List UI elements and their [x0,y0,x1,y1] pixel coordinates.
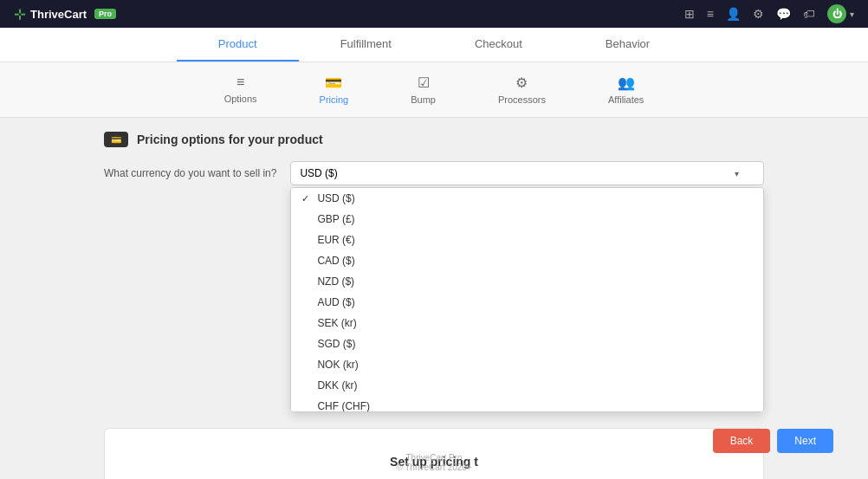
currency-display[interactable]: USD ($) ▾ [290,161,764,185]
currency-option-usd[interactable]: ✓ USD ($) [291,188,763,209]
section-icon: 💳 [104,132,128,147]
subtab-pricing[interactable]: 💳 Pricing [288,69,380,110]
currency-option-cad[interactable]: CAD ($) [291,250,763,271]
currency-option-eur[interactable]: EUR (€) [291,230,763,250]
wallet-icon: 💳 [111,135,121,145]
avatar: ⏻ [827,4,846,23]
section-header: 💳 Pricing options for your product [104,132,764,147]
topbar: ⊹ ThriveCart Pro ⊞ ≡ 👤 ⚙ 💬 🏷 ⏻ ▾ [0,0,868,28]
logo-icon: ⊹ [14,6,25,23]
user-menu[interactable]: ⏻ ▾ [827,4,854,23]
pro-badge: Pro [94,9,116,19]
currency-option-nok[interactable]: NOK (kr) [291,354,763,375]
tab-behavior[interactable]: Behavior [564,28,691,61]
subtab-bump[interactable]: ☑ Bump [379,69,467,110]
footer-line2: © ThriveCart 2020+ [396,463,472,472]
tab-fulfillment[interactable]: Fulfillment [299,28,433,61]
next-button[interactable]: Next [777,429,833,453]
tag-icon[interactable]: 🏷 [803,7,815,21]
bottom-buttons: Back Next [713,429,833,453]
section-title: Pricing options for your product [137,133,323,146]
back-button[interactable]: Back [713,429,771,453]
footer: ThriveCart Pro © ThriveCart 2020+ [396,453,472,472]
topbar-icons: ⊞ ≡ 👤 ⚙ 💬 🏷 ⏻ ▾ [684,4,854,23]
chat-icon[interactable]: 💬 [776,7,791,21]
page-content: 💳 Pricing options for your product What … [0,118,868,479]
currency-dropdown[interactable]: ✓ USD ($) GBP (£) EUR (€) CAD ($) [290,187,764,412]
main-tabs: Product Fulfillment Checkout Behavior [0,28,868,62]
sub-tabs: ≡ Options 💳 Pricing ☑ Bump ⚙ Processors … [0,62,868,118]
check-icon: ✓ [301,193,312,204]
currency-selected-value: USD ($) [300,167,337,179]
subtab-affiliates-label: Affiliates [608,94,644,105]
app-name: ThriveCart [30,8,87,21]
currency-option-nzd[interactable]: NZD ($) [291,271,763,292]
subtab-options-label: Options [224,94,257,104]
pricing-icon: 💳 [325,74,342,91]
options-icon: ≡ [236,74,244,90]
bump-icon: ☑ [418,74,430,91]
processors-icon: ⚙ [515,74,528,91]
subtab-processors[interactable]: ⚙ Processors [467,69,577,110]
user-icon[interactable]: 👤 [726,7,741,21]
tab-checkout[interactable]: Checkout [433,28,564,61]
tab-product[interactable]: Product [177,28,299,61]
subtab-affiliates[interactable]: 👥 Affiliates [577,69,675,110]
currency-label: What currency do you want to sell in? [104,167,276,179]
settings-icon[interactable]: ⚙ [753,7,764,21]
app-logo: ⊹ ThriveCart Pro [14,6,116,23]
user-dropdown-arrow: ▾ [850,10,854,19]
currency-row: What currency do you want to sell in? US… [104,161,764,185]
subtab-pricing-label: Pricing [320,94,349,105]
currency-option-sgd[interactable]: SGD ($) [291,333,763,354]
subtab-processors-label: Processors [498,94,546,105]
currency-option-chf[interactable]: CHF (CHF) [291,396,763,412]
currency-option-gbp[interactable]: GBP (£) [291,209,763,230]
setup-description: You can add multiple pricing options to … [323,476,544,479]
currency-option-sek[interactable]: SEK (kr) [291,313,763,333]
footer-line1: ThriveCart Pro [396,453,472,463]
list-icon[interactable]: ≡ [707,7,714,21]
chevron-down-icon: ▾ [735,169,739,178]
currency-select-wrapper: USD ($) ▾ ✓ USD ($) GBP (£) EUR (€) [290,161,764,185]
grid-icon[interactable]: ⊞ [684,7,695,21]
currency-option-aud[interactable]: AUD ($) [291,292,763,313]
subtab-bump-label: Bump [411,94,436,105]
affiliates-icon: 👥 [618,74,635,91]
currency-option-dkk[interactable]: DKK (kr) [291,375,763,396]
subtab-options[interactable]: ≡ Options [193,69,288,110]
